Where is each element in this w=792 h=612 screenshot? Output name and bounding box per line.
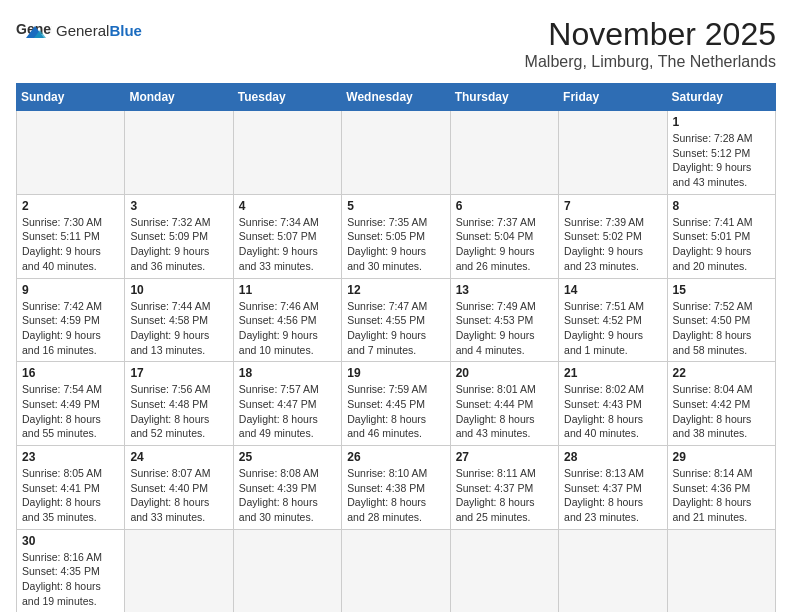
day-number: 30: [22, 534, 119, 548]
calendar-cell: 8Sunrise: 7:41 AM Sunset: 5:01 PM Daylig…: [667, 194, 775, 278]
day-number: 26: [347, 450, 444, 464]
day-number: 8: [673, 199, 770, 213]
day-info: Sunrise: 7:57 AM Sunset: 4:47 PM Dayligh…: [239, 382, 336, 441]
day-info: Sunrise: 7:41 AM Sunset: 5:01 PM Dayligh…: [673, 215, 770, 274]
weekday-header: Monday: [125, 84, 233, 111]
day-number: 24: [130, 450, 227, 464]
page-header: General GeneralBlue November 2025 Malber…: [16, 16, 776, 71]
calendar-cell: [667, 529, 775, 612]
calendar-week-row: 16Sunrise: 7:54 AM Sunset: 4:49 PM Dayli…: [17, 362, 776, 446]
day-number: 20: [456, 366, 553, 380]
weekday-header: Tuesday: [233, 84, 341, 111]
calendar-cell: 16Sunrise: 7:54 AM Sunset: 4:49 PM Dayli…: [17, 362, 125, 446]
calendar-cell: 15Sunrise: 7:52 AM Sunset: 4:50 PM Dayli…: [667, 278, 775, 362]
calendar-cell: 5Sunrise: 7:35 AM Sunset: 5:05 PM Daylig…: [342, 194, 450, 278]
day-info: Sunrise: 8:16 AM Sunset: 4:35 PM Dayligh…: [22, 550, 119, 609]
calendar-cell: 14Sunrise: 7:51 AM Sunset: 4:52 PM Dayli…: [559, 278, 667, 362]
day-info: Sunrise: 8:14 AM Sunset: 4:36 PM Dayligh…: [673, 466, 770, 525]
calendar-cell: [342, 529, 450, 612]
day-info: Sunrise: 8:02 AM Sunset: 4:43 PM Dayligh…: [564, 382, 661, 441]
day-number: 28: [564, 450, 661, 464]
calendar-week-row: 30Sunrise: 8:16 AM Sunset: 4:35 PM Dayli…: [17, 529, 776, 612]
day-info: Sunrise: 7:54 AM Sunset: 4:49 PM Dayligh…: [22, 382, 119, 441]
day-number: 9: [22, 283, 119, 297]
day-number: 1: [673, 115, 770, 129]
day-info: Sunrise: 7:46 AM Sunset: 4:56 PM Dayligh…: [239, 299, 336, 358]
day-number: 14: [564, 283, 661, 297]
day-info: Sunrise: 8:11 AM Sunset: 4:37 PM Dayligh…: [456, 466, 553, 525]
day-info: Sunrise: 8:01 AM Sunset: 4:44 PM Dayligh…: [456, 382, 553, 441]
calendar-cell: 1Sunrise: 7:28 AM Sunset: 5:12 PM Daylig…: [667, 111, 775, 195]
calendar-cell: 30Sunrise: 8:16 AM Sunset: 4:35 PM Dayli…: [17, 529, 125, 612]
calendar-cell: [125, 529, 233, 612]
calendar-cell: 26Sunrise: 8:10 AM Sunset: 4:38 PM Dayli…: [342, 446, 450, 530]
day-number: 7: [564, 199, 661, 213]
calendar-header-row: SundayMondayTuesdayWednesdayThursdayFrid…: [17, 84, 776, 111]
calendar-cell: [233, 529, 341, 612]
day-info: Sunrise: 7:52 AM Sunset: 4:50 PM Dayligh…: [673, 299, 770, 358]
day-number: 23: [22, 450, 119, 464]
title-area: November 2025 Malberg, Limburg, The Neth…: [525, 16, 776, 71]
day-number: 16: [22, 366, 119, 380]
calendar-week-row: 1Sunrise: 7:28 AM Sunset: 5:12 PM Daylig…: [17, 111, 776, 195]
day-number: 29: [673, 450, 770, 464]
day-number: 12: [347, 283, 444, 297]
day-info: Sunrise: 7:56 AM Sunset: 4:48 PM Dayligh…: [130, 382, 227, 441]
day-info: Sunrise: 8:07 AM Sunset: 4:40 PM Dayligh…: [130, 466, 227, 525]
calendar-cell: 2Sunrise: 7:30 AM Sunset: 5:11 PM Daylig…: [17, 194, 125, 278]
day-info: Sunrise: 7:47 AM Sunset: 4:55 PM Dayligh…: [347, 299, 444, 358]
day-number: 5: [347, 199, 444, 213]
calendar-cell: 13Sunrise: 7:49 AM Sunset: 4:53 PM Dayli…: [450, 278, 558, 362]
calendar-cell: [125, 111, 233, 195]
day-info: Sunrise: 8:08 AM Sunset: 4:39 PM Dayligh…: [239, 466, 336, 525]
weekday-header: Sunday: [17, 84, 125, 111]
day-number: 17: [130, 366, 227, 380]
day-info: Sunrise: 7:30 AM Sunset: 5:11 PM Dayligh…: [22, 215, 119, 274]
calendar-cell: 11Sunrise: 7:46 AM Sunset: 4:56 PM Dayli…: [233, 278, 341, 362]
calendar-cell: [342, 111, 450, 195]
calendar-cell: [559, 529, 667, 612]
logo: General GeneralBlue: [16, 16, 142, 44]
day-number: 11: [239, 283, 336, 297]
logo-icon: General: [16, 16, 52, 44]
calendar-cell: [450, 529, 558, 612]
calendar-cell: 27Sunrise: 8:11 AM Sunset: 4:37 PM Dayli…: [450, 446, 558, 530]
calendar-cell: 9Sunrise: 7:42 AM Sunset: 4:59 PM Daylig…: [17, 278, 125, 362]
calendar-week-row: 23Sunrise: 8:05 AM Sunset: 4:41 PM Dayli…: [17, 446, 776, 530]
day-info: Sunrise: 8:13 AM Sunset: 4:37 PM Dayligh…: [564, 466, 661, 525]
calendar-cell: 18Sunrise: 7:57 AM Sunset: 4:47 PM Dayli…: [233, 362, 341, 446]
calendar-cell: [450, 111, 558, 195]
calendar-week-row: 2Sunrise: 7:30 AM Sunset: 5:11 PM Daylig…: [17, 194, 776, 278]
calendar-cell: 19Sunrise: 7:59 AM Sunset: 4:45 PM Dayli…: [342, 362, 450, 446]
day-info: Sunrise: 7:34 AM Sunset: 5:07 PM Dayligh…: [239, 215, 336, 274]
calendar-cell: 21Sunrise: 8:02 AM Sunset: 4:43 PM Dayli…: [559, 362, 667, 446]
day-info: Sunrise: 7:42 AM Sunset: 4:59 PM Dayligh…: [22, 299, 119, 358]
calendar-cell: 29Sunrise: 8:14 AM Sunset: 4:36 PM Dayli…: [667, 446, 775, 530]
day-number: 2: [22, 199, 119, 213]
day-number: 4: [239, 199, 336, 213]
logo-blue: Blue: [109, 22, 142, 39]
logo-general: General: [56, 22, 109, 39]
calendar: SundayMondayTuesdayWednesdayThursdayFrid…: [16, 83, 776, 612]
calendar-week-row: 9Sunrise: 7:42 AM Sunset: 4:59 PM Daylig…: [17, 278, 776, 362]
day-info: Sunrise: 8:10 AM Sunset: 4:38 PM Dayligh…: [347, 466, 444, 525]
calendar-cell: 28Sunrise: 8:13 AM Sunset: 4:37 PM Dayli…: [559, 446, 667, 530]
calendar-cell: 3Sunrise: 7:32 AM Sunset: 5:09 PM Daylig…: [125, 194, 233, 278]
day-info: Sunrise: 7:59 AM Sunset: 4:45 PM Dayligh…: [347, 382, 444, 441]
calendar-cell: 6Sunrise: 7:37 AM Sunset: 5:04 PM Daylig…: [450, 194, 558, 278]
calendar-cell: [233, 111, 341, 195]
day-number: 13: [456, 283, 553, 297]
day-info: Sunrise: 7:28 AM Sunset: 5:12 PM Dayligh…: [673, 131, 770, 190]
day-info: Sunrise: 7:32 AM Sunset: 5:09 PM Dayligh…: [130, 215, 227, 274]
calendar-cell: 22Sunrise: 8:04 AM Sunset: 4:42 PM Dayli…: [667, 362, 775, 446]
location-title: Malberg, Limburg, The Netherlands: [525, 53, 776, 71]
calendar-cell: 25Sunrise: 8:08 AM Sunset: 4:39 PM Dayli…: [233, 446, 341, 530]
calendar-cell: 12Sunrise: 7:47 AM Sunset: 4:55 PM Dayli…: [342, 278, 450, 362]
calendar-cell: 23Sunrise: 8:05 AM Sunset: 4:41 PM Dayli…: [17, 446, 125, 530]
calendar-cell: 20Sunrise: 8:01 AM Sunset: 4:44 PM Dayli…: [450, 362, 558, 446]
day-number: 15: [673, 283, 770, 297]
day-number: 18: [239, 366, 336, 380]
day-info: Sunrise: 8:05 AM Sunset: 4:41 PM Dayligh…: [22, 466, 119, 525]
weekday-header: Thursday: [450, 84, 558, 111]
day-info: Sunrise: 7:39 AM Sunset: 5:02 PM Dayligh…: [564, 215, 661, 274]
